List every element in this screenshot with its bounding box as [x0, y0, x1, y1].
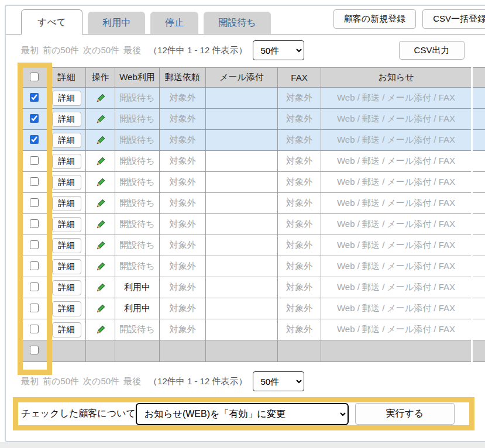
detail-button[interactable]: 詳細	[52, 196, 81, 211]
row-checkbox[interactable]	[30, 114, 39, 123]
fax-status: 対象外	[278, 319, 321, 340]
edit-pencil-icon[interactable]	[95, 198, 105, 208]
web-usage-status: 開設待ち	[115, 235, 160, 256]
tab-in-use[interactable]: 利用中	[88, 12, 145, 34]
row-checkbox[interactable]	[30, 219, 39, 228]
web-usage-status: 開設待ち	[115, 172, 160, 193]
mail-request-status: 対象外	[160, 193, 206, 214]
edit-pencil-icon[interactable]	[95, 135, 105, 144]
table-row: 詳細 開設待ち 対象外 対象外 Web / 郵送 / メール添付 / FAX	[22, 151, 485, 172]
mail-attach-status	[206, 151, 278, 172]
extra-cell	[472, 172, 485, 193]
row-checkbox-cell	[22, 235, 47, 256]
notice-links: Web / 郵送 / メール添付 / FAX	[321, 235, 472, 256]
col-detail: 詳細	[47, 68, 86, 88]
row-checkbox-cell	[22, 193, 47, 214]
extra-cell	[472, 130, 485, 151]
mail-request-status: 対象外	[160, 298, 206, 319]
edit-pencil-icon[interactable]	[95, 240, 105, 250]
footer-select-all-checkbox[interactable]	[30, 346, 39, 354]
edit-pencil-icon[interactable]	[95, 282, 105, 292]
row-checkbox-cell	[22, 130, 47, 151]
row-checkbox[interactable]	[30, 325, 39, 333]
row-checkbox[interactable]	[30, 135, 39, 144]
notice-links: Web / 郵送 / メール添付 / FAX	[321, 319, 472, 340]
extra-cell	[472, 277, 485, 298]
extra-cell	[472, 214, 485, 235]
detail-button[interactable]: 詳細	[52, 238, 81, 253]
pager-summary: （12件中 1 - 12 件表示）	[149, 376, 247, 387]
row-checkbox[interactable]	[30, 282, 39, 291]
web-usage-status: 利用中	[115, 298, 160, 319]
tab-bar: すべて 利用中 停止 開設待ち 顧客の新規登録 CSV一括登録	[6, 6, 485, 35]
fax-status: 対象外	[278, 109, 321, 130]
select-all-checkbox[interactable]	[30, 73, 39, 81]
csv-bulk-register-button[interactable]: CSV一括登録	[422, 9, 485, 29]
mail-attach-status	[206, 130, 278, 151]
row-checkbox-cell	[22, 277, 47, 298]
edit-pencil-icon[interactable]	[95, 177, 105, 187]
row-checkbox[interactable]	[30, 240, 39, 249]
row-checkbox[interactable]	[30, 198, 39, 207]
row-checkbox[interactable]	[30, 93, 39, 102]
mail-attach-status	[206, 109, 278, 130]
mail-request-status: 対象外	[160, 256, 206, 277]
table-row: 詳細 利用中 対象外 対象外 Web / 郵送 / メール添付 / FAX	[22, 298, 485, 319]
table-row: 詳細 開設待ち 対象外 対象外 Web / 郵送 / メール添付 / FAX	[22, 214, 485, 235]
detail-button[interactable]: 詳細	[52, 301, 81, 316]
new-customer-button[interactable]: 顧客の新規登録	[333, 9, 416, 29]
customer-list-panel: すべて 利用中 停止 開設待ち 顧客の新規登録 CSV一括登録 最初 前の50件…	[5, 5, 485, 442]
table-row: 詳細 開設待ち 対象外 対象外 Web / 郵送 / メール添付 / FAX	[22, 235, 485, 256]
web-usage-status: 開設待ち	[115, 256, 160, 277]
execute-button[interactable]: 実行する	[355, 403, 455, 425]
table-header-row: 詳細 操作 Web利用 郵送依頼 メール添付 FAX お知らせ	[22, 68, 485, 88]
tab-all[interactable]: すべて	[21, 9, 82, 35]
extra-cell	[472, 319, 485, 340]
detail-button[interactable]: 詳細	[52, 133, 81, 148]
detail-button[interactable]: 詳細	[52, 322, 81, 337]
fax-status: 対象外	[278, 193, 321, 214]
detail-button[interactable]: 詳細	[52, 175, 81, 190]
row-checkbox[interactable]	[30, 261, 39, 270]
extra-cell	[472, 88, 485, 109]
notice-links: Web / 郵送 / メール添付 / FAX	[321, 193, 472, 214]
web-usage-status: 開設待ち	[115, 130, 160, 151]
mail-request-status: 対象外	[160, 88, 206, 109]
tab-waiting[interactable]: 開設待ち	[204, 12, 270, 34]
detail-button[interactable]: 詳細	[52, 154, 81, 169]
pager-first: 最初	[21, 45, 39, 56]
edit-pencil-icon[interactable]	[95, 156, 105, 166]
page-size-select[interactable]: 50件	[253, 40, 304, 60]
detail-button[interactable]: 詳細	[52, 112, 81, 127]
edit-pencil-icon[interactable]	[95, 324, 105, 334]
edit-pencil-icon[interactable]	[95, 219, 105, 229]
extra-cell	[472, 193, 485, 214]
extra-cell	[472, 151, 485, 172]
row-checkbox-cell	[22, 151, 47, 172]
detail-button[interactable]: 詳細	[52, 217, 81, 232]
mail-attach-status	[206, 256, 278, 277]
edit-pencil-icon[interactable]	[95, 92, 105, 102]
row-checkbox[interactable]	[30, 304, 39, 312]
edit-pencil-icon[interactable]	[95, 261, 105, 271]
edit-pencil-icon[interactable]	[95, 113, 105, 123]
customer-table: 詳細 操作 Web利用 郵送依頼 メール添付 FAX お知らせ 詳細 開設待ち …	[21, 67, 485, 362]
notice-links: Web / 郵送 / メール添付 / FAX	[321, 109, 472, 130]
page-size-select[interactable]: 50件	[253, 371, 304, 391]
row-checkbox[interactable]	[30, 156, 39, 165]
csv-export-button[interactable]: CSV出力	[399, 41, 465, 60]
row-checkbox[interactable]	[30, 177, 39, 186]
mail-request-status: 対象外	[160, 277, 206, 298]
mail-attach-status	[206, 193, 278, 214]
detail-button[interactable]: 詳細	[52, 280, 81, 295]
edit-pencil-icon[interactable]	[95, 303, 105, 313]
bulk-action-label: チェックした顧客について	[21, 408, 136, 420]
detail-button[interactable]: 詳細	[52, 91, 81, 106]
mail-attach-status	[206, 235, 278, 256]
bulk-action-select[interactable]: お知らせ(WEB)を「有効」に変更	[136, 403, 349, 425]
detail-button[interactable]: 詳細	[52, 259, 81, 274]
tab-stopped[interactable]: 停止	[150, 12, 198, 34]
row-checkbox-cell	[22, 88, 47, 109]
mail-attach-status	[206, 172, 278, 193]
table-row: 詳細 開設待ち 対象外 対象外 Web / 郵送 / メール添付 / FAX	[22, 88, 485, 109]
